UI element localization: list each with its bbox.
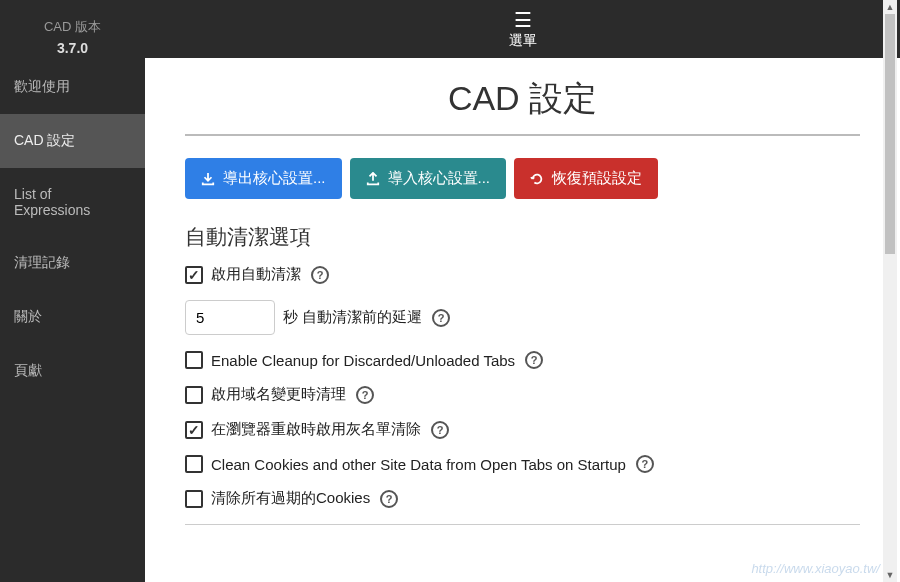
menu-icon[interactable]: ☰	[145, 10, 900, 30]
checkbox-greylist[interactable]	[185, 421, 203, 439]
checkbox-open-tabs[interactable]	[185, 455, 203, 473]
option-label: 在瀏覽器重啟時啟用灰名單清除	[211, 420, 421, 439]
sidebar-item-settings[interactable]: CAD 設定	[0, 114, 145, 168]
button-row: 導出核心設置... 導入核心設置... 恢復預設設定	[185, 158, 860, 199]
topbar: ☰ 選單	[145, 0, 900, 58]
option-label: 啟用域名變更時清理	[211, 385, 346, 404]
option-label: 清除所有過期的Cookies	[211, 489, 370, 508]
import-button[interactable]: 導入核心設置...	[350, 158, 507, 199]
sidebar-item-about[interactable]: 關於	[0, 290, 145, 344]
upload-icon	[366, 172, 380, 186]
checkbox-expired[interactable]	[185, 490, 203, 508]
scrollbar[interactable]: ▲ ▼	[883, 0, 897, 582]
checkbox-autoclean[interactable]	[185, 266, 203, 284]
sidebar-item-welcome[interactable]: 歡迎使用	[0, 60, 145, 114]
menu-label: 選單	[145, 32, 900, 50]
checkbox-domain-change[interactable]	[185, 386, 203, 404]
option-open-tabs-startup: Clean Cookies and other Site Data from O…	[185, 455, 860, 473]
option-label: Enable Cleanup for Discarded/Unloaded Ta…	[211, 352, 515, 369]
reset-button[interactable]: 恢復預設設定	[514, 158, 658, 199]
sidebar-item-expressions[interactable]: List of Expressions	[0, 168, 145, 236]
scroll-down-icon[interactable]: ▼	[883, 568, 897, 582]
scroll-thumb[interactable]	[885, 14, 895, 254]
option-label: Clean Cookies and other Site Data from O…	[211, 456, 626, 473]
help-icon[interactable]: ?	[525, 351, 543, 369]
undo-icon	[530, 172, 544, 186]
sidebar-item-contribute[interactable]: 頁獻	[0, 344, 145, 398]
option-expired-cookies: 清除所有過期的Cookies ?	[185, 489, 860, 508]
help-icon[interactable]: ?	[431, 421, 449, 439]
main: ☰ 選單 CAD 設定 導出核心設置... 導入核心設置... 恢復預設設定	[145, 0, 900, 582]
option-delay: 秒 自動清潔前的延遲 ?	[185, 300, 860, 335]
option-domain-change: 啟用域名變更時清理 ?	[185, 385, 860, 404]
checkbox-discarded[interactable]	[185, 351, 203, 369]
help-icon[interactable]: ?	[356, 386, 374, 404]
option-label: 啟用自動清潔	[211, 265, 301, 284]
help-icon[interactable]: ?	[380, 490, 398, 508]
section-divider	[185, 524, 860, 525]
option-greylist-restart: 在瀏覽器重啟時啟用灰名單清除 ?	[185, 420, 860, 439]
option-enable-autoclean: 啟用自動清潔 ?	[185, 265, 860, 284]
sidebar-header: CAD 版本 3.7.0	[0, 0, 145, 60]
delay-label: 秒 自動清潔前的延遲	[283, 308, 422, 327]
section-title-autoclean: 自動清潔選項	[185, 223, 860, 251]
help-icon[interactable]: ?	[311, 266, 329, 284]
content: CAD 設定 導出核心設置... 導入核心設置... 恢復預設設定 自動清潔選項	[145, 58, 900, 582]
help-icon[interactable]: ?	[432, 309, 450, 327]
scroll-up-icon[interactable]: ▲	[883, 0, 897, 14]
delay-input[interactable]	[185, 300, 275, 335]
page-title: CAD 設定	[185, 58, 860, 134]
version-number: 3.7.0	[0, 40, 145, 56]
sidebar: CAD 版本 3.7.0 歡迎使用 CAD 設定 List of Express…	[0, 0, 145, 582]
option-discarded-tabs: Enable Cleanup for Discarded/Unloaded Ta…	[185, 351, 860, 369]
download-icon	[201, 172, 215, 186]
sidebar-item-cleanup-log[interactable]: 清理記錄	[0, 236, 145, 290]
divider	[185, 134, 860, 136]
help-icon[interactable]: ?	[636, 455, 654, 473]
export-button[interactable]: 導出核心設置...	[185, 158, 342, 199]
version-label: CAD 版本	[0, 18, 145, 36]
